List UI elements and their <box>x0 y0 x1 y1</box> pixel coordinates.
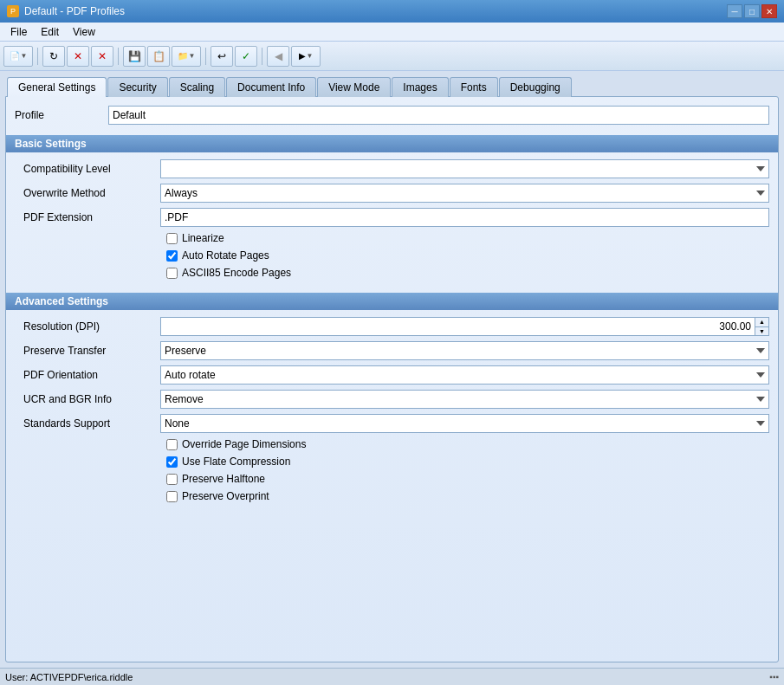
ascii85-label: ASCII85 Encode Pages <box>182 267 291 279</box>
pdf-extension-row: PDF Extension <box>15 208 769 227</box>
tab-general[interactable]: General Settings <box>7 77 107 97</box>
refresh-icon: ↻ <box>49 50 58 62</box>
preserve-halftone-label: Preserve Halftone <box>182 473 265 485</box>
resolution-input[interactable] <box>165 320 765 333</box>
preserve-transfer-select[interactable]: Preserve Remove Apply <box>160 341 769 360</box>
main-content: General Settings Security Scaling Docume… <box>0 71 784 668</box>
toolbar: 📄 ▼ ↻ ✕ ✕ 💾 📋 📁 ▼ ↩ ✓ ◀ ▶ ▼ <box>0 42 784 71</box>
tab-debugging[interactable]: Debugging <box>499 77 572 97</box>
pdf-orientation-select[interactable]: Auto rotate Portrait Landscape <box>160 365 769 385</box>
forward-icon: ▶ <box>299 51 306 61</box>
preserve-overprint-row: Preserve Overprint <box>15 490 769 502</box>
standards-support-label: Standards Support <box>15 417 153 430</box>
preserve-halftone-checkbox[interactable] <box>166 474 178 485</box>
use-flate-checkbox[interactable] <box>166 456 178 468</box>
toolbar-separator-4 <box>262 48 262 65</box>
maximize-button[interactable]: □ <box>744 4 760 18</box>
compatibility-level-label: Compatibility Level <box>15 163 153 175</box>
auto-rotate-row: Auto Rotate Pages <box>15 249 769 262</box>
compatibility-level-select[interactable] <box>160 159 769 178</box>
cancel-button[interactable]: ✕ <box>91 46 113 67</box>
pdf-extension-control <box>160 208 769 227</box>
basic-settings-section: Basic Settings Compatibility Level Overw… <box>15 135 769 286</box>
forward-button[interactable]: ▶ ▼ <box>291 46 321 67</box>
overwrite-method-select[interactable]: Always Never Ask <box>160 184 769 203</box>
menu-edit[interactable]: Edit <box>34 24 66 40</box>
override-page-dims-checkbox[interactable] <box>166 439 178 450</box>
toolbar-separator-2 <box>118 48 119 65</box>
copy-button[interactable]: 📋 <box>147 46 170 67</box>
new-button[interactable]: 📄 ▼ <box>3 46 33 67</box>
pdf-orientation-label: PDF Orientation <box>15 369 153 381</box>
new-icon: 📄 <box>10 51 20 61</box>
standards-support-select[interactable]: None PDF/A-1b PDF/X-1a <box>160 414 769 433</box>
spinner-buttons: ▲ ▼ <box>755 318 768 335</box>
app-icon: P <box>7 5 19 17</box>
override-page-dims-row: Override Page Dimensions <box>15 438 769 450</box>
preserve-overprint-checkbox[interactable] <box>166 491 178 502</box>
tab-document-info[interactable]: Document Info <box>226 77 316 97</box>
ascii85-row: ASCII85 Encode Pages <box>15 267 769 279</box>
advanced-settings-body: Resolution (DPI) ▲ ▼ Preserve Transfer <box>15 310 769 509</box>
new-dropdown-arrow: ▼ <box>21 52 28 60</box>
spin-down-button[interactable]: ▼ <box>755 327 768 336</box>
tab-content: Profile Basic Settings Compatibility Lev… <box>5 96 779 662</box>
profile-row: Profile <box>15 106 769 125</box>
ucr-bgr-select[interactable]: Remove Preserve <box>160 390 769 409</box>
preserve-transfer-label: Preserve Transfer <box>15 345 153 357</box>
resolution-label: Resolution (DPI) <box>15 320 153 333</box>
tabs-row: General Settings Security Scaling Docume… <box>5 76 779 96</box>
linearize-label: Linearize <box>182 232 224 244</box>
status-user: User: ACTIVEPDF\erica.riddle <box>5 672 133 682</box>
tab-view-mode[interactable]: View Mode <box>317 77 391 97</box>
profile-input[interactable] <box>108 106 769 125</box>
check-icon: ✓ <box>242 50 250 62</box>
pdf-orientation-control: Auto rotate Portrait Landscape <box>160 365 769 385</box>
linearize-row: Linearize <box>15 232 769 244</box>
basic-settings-header: Basic Settings <box>6 135 778 152</box>
ucr-bgr-control: Remove Preserve <box>160 390 769 409</box>
resolution-spinner: ▲ ▼ <box>160 317 769 336</box>
preserve-overprint-label: Preserve Overprint <box>182 490 269 502</box>
tab-scaling[interactable]: Scaling <box>169 77 225 97</box>
paste-button[interactable]: 📁 ▼ <box>172 46 201 67</box>
compatibility-level-control <box>160 159 769 178</box>
basic-settings-body: Compatibility Level Overwrite Method Alw… <box>15 152 769 286</box>
pdf-orientation-row: PDF Orientation Auto rotate Portrait Lan… <box>15 365 769 385</box>
standards-support-control: None PDF/A-1b PDF/X-1a <box>160 414 769 433</box>
linearize-checkbox[interactable] <box>166 233 178 244</box>
standards-support-row: Standards Support None PDF/A-1b PDF/X-1a <box>15 414 769 433</box>
window-controls: ─ □ ✕ <box>727 4 777 18</box>
back-icon: ◀ <box>275 50 282 62</box>
spin-up-button[interactable]: ▲ <box>755 318 768 327</box>
auto-rotate-checkbox[interactable] <box>166 250 178 262</box>
pdf-extension-input[interactable] <box>160 208 769 227</box>
toolbar-separator-3 <box>205 48 206 65</box>
tab-fonts[interactable]: Fonts <box>450 77 498 97</box>
resolution-control: ▲ ▼ <box>160 317 769 336</box>
status-bar: User: ACTIVEPDF\erica.riddle ▪▪▪ <box>0 668 784 685</box>
save-icon: 💾 <box>128 50 141 62</box>
stop-button[interactable]: ✕ <box>67 46 89 67</box>
profile-label: Profile <box>15 109 101 121</box>
refresh-button[interactable]: ↻ <box>42 46 65 67</box>
paste-icon: 📁 <box>178 51 188 61</box>
menu-view[interactable]: View <box>66 24 102 40</box>
ucr-bgr-label: UCR and BGR Info <box>15 393 153 405</box>
tab-security[interactable]: Security <box>107 77 167 97</box>
check-button[interactable]: ✓ <box>235 46 257 67</box>
ascii85-checkbox[interactable] <box>166 268 178 279</box>
window-title: Default - PDF Profiles <box>24 5 125 17</box>
overwrite-method-row: Overwrite Method Always Never Ask <box>15 184 769 203</box>
cancel-icon: ✕ <box>98 50 107 62</box>
tab-images[interactable]: Images <box>392 77 448 97</box>
menu-file[interactable]: File <box>3 24 34 40</box>
forward-dropdown-arrow: ▼ <box>307 52 314 60</box>
minimize-button[interactable]: ─ <box>727 4 742 18</box>
toolbar-separator-1 <box>37 48 38 65</box>
menu-bar: File Edit View <box>0 23 784 42</box>
close-button[interactable]: ✕ <box>761 4 777 18</box>
back-button[interactable]: ◀ <box>267 46 289 67</box>
undo-button[interactable]: ↩ <box>211 46 233 67</box>
save-button[interactable]: 💾 <box>123 46 146 67</box>
